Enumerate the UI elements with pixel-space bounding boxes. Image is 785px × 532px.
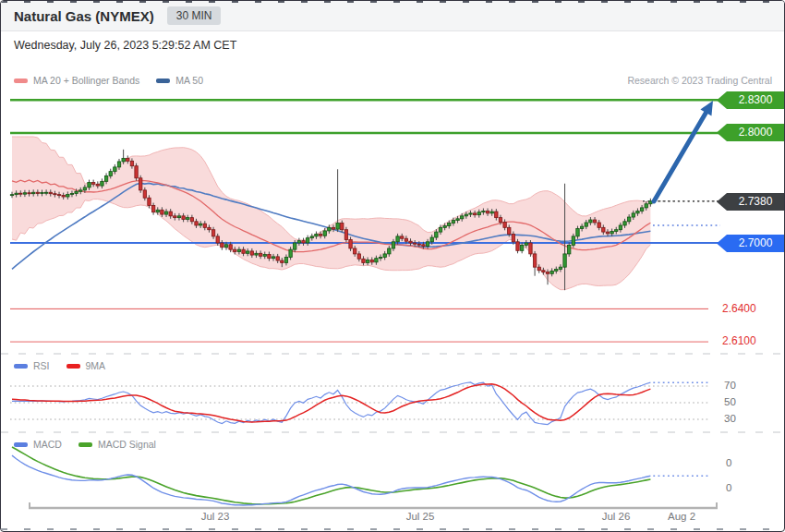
price-legend: MA 20 + Bollinger Bands MA 50	[14, 75, 203, 86]
legend-9ma-label: 9MA	[86, 360, 106, 371]
support-label-1: 2.6400	[722, 302, 756, 315]
legend-macd-signal: MACD Signal	[78, 439, 156, 450]
instrument-title: Natural Gas (NYMEX)	[14, 8, 154, 24]
legend-ma50-label: MA 50	[175, 75, 203, 86]
chart-widget: Natural Gas (NYMEX) 30 MIN Wednesday, Ju…	[0, 0, 785, 532]
macd-zero-label-upper: 0	[726, 457, 731, 468]
x-axis-label: Jul 23	[201, 511, 230, 522]
legend-ma50: MA 50	[156, 75, 203, 86]
legend-ma20-label: MA 20 + Bollinger Bands	[33, 75, 139, 86]
macd-legend: MACD MACD Signal	[14, 439, 156, 450]
x-axis-label: Aug 2	[668, 511, 695, 522]
x-axis-label: Jul 25	[406, 511, 435, 522]
attribution-text: Research © 2023 Trading Central	[627, 75, 772, 86]
legend-ma20-bollinger: MA 20 + Bollinger Bands	[14, 75, 139, 86]
rsi-level-50: 50	[724, 396, 736, 407]
chart-datetime: Wednesday, July 26, 2023 5:29:52 AM CET	[14, 39, 236, 52]
rsi-legend: RSI 9MA	[14, 360, 105, 371]
rsi-level-70: 70	[724, 380, 736, 391]
macd-swatch	[14, 442, 28, 447]
legend-9ma: 9MA	[66, 360, 106, 371]
rsi-swatch	[14, 364, 28, 369]
price-tag-resistance-1: 2.8000	[717, 124, 784, 141]
top-dashed-edge	[1, 1, 784, 3]
price-tag-resistance-2: 2.8300	[717, 91, 784, 109]
legend-macd-label: MACD	[33, 439, 62, 450]
x-axis-label: Jul 26	[602, 511, 631, 522]
legend-macd: MACD	[14, 439, 62, 450]
interval-badge: 30 MIN	[167, 6, 222, 25]
macd-signal-swatch	[78, 442, 92, 447]
rsi-level-30: 30	[724, 413, 736, 424]
ma20-swatch	[14, 79, 28, 83]
title-bar: Natural Gas (NYMEX) 30 MIN	[1, 1, 784, 31]
macd-zero-label-lower: 0	[726, 482, 731, 493]
ma50-swatch	[156, 79, 170, 83]
legend-rsi: RSI	[14, 360, 50, 371]
support-label-2: 2.6100	[722, 334, 756, 347]
bottom-dashed-edge	[1, 528, 784, 530]
price-tag-last: 2.7380	[717, 193, 784, 211]
price-tag-pivot: 2.7000	[717, 235, 784, 252]
legend-rsi-label: RSI	[33, 360, 50, 371]
legend-macd-signal-label: MACD Signal	[98, 439, 156, 450]
rsi-9ma-swatch	[66, 364, 80, 369]
